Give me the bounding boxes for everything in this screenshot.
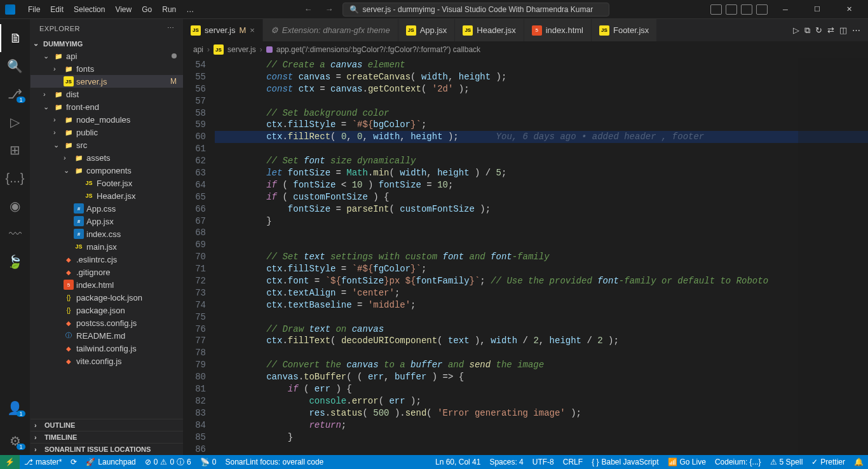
more-icon[interactable]: ⋯ xyxy=(852,25,860,35)
tree-item-package-json[interactable]: {}package.json xyxy=(31,304,183,316)
tree-item-assets[interactable]: ›📁assets xyxy=(31,151,183,164)
code-line-56[interactable]: const ctx = canvas.getContext( '2d' ); xyxy=(215,83,868,95)
prettier-status[interactable]: ✓ Prettier xyxy=(807,455,850,469)
breadcrumb[interactable]: api › JS server.js › app.get('/:dimensio… xyxy=(183,41,868,58)
panel-outline[interactable]: ›OUTLINE xyxy=(31,419,183,431)
breadcrumb-segment[interactable]: app.get('/:dimensions/:bgColor?/:fgColor… xyxy=(276,45,480,54)
code-line-78[interactable] xyxy=(215,347,868,359)
code-line-84[interactable]: return; xyxy=(215,419,868,432)
json-activity[interactable]: {...} xyxy=(0,164,31,192)
split-icon[interactable]: ◫ xyxy=(839,25,847,35)
code-line-74[interactable]: ctx.textBaseline = 'middle'; xyxy=(215,299,868,311)
tree-item-app-css[interactable]: #App.css xyxy=(31,202,183,215)
compare-icon[interactable]: ⇄ xyxy=(827,25,834,35)
notifications-icon[interactable]: 🔔 xyxy=(850,455,868,469)
sonarlint-status[interactable]: SonarLint focus: overall code xyxy=(220,455,328,469)
close-button[interactable]: ✕ xyxy=(835,0,863,19)
problems[interactable]: ⊘ 0 ⚠ 0 ⓘ 6 xyxy=(140,455,196,469)
maximize-button[interactable]: ☐ xyxy=(803,0,831,19)
go-live[interactable]: 📶 Go Live xyxy=(663,455,710,469)
more-icon[interactable]: ⋯ xyxy=(167,24,175,32)
code-line-69[interactable] xyxy=(215,239,868,251)
eol[interactable]: CRLF xyxy=(559,455,587,469)
code-line-86[interactable] xyxy=(215,444,868,456)
menu-…[interactable]: … xyxy=(181,3,199,17)
minimap[interactable] xyxy=(798,58,868,455)
remote-button[interactable]: ⚡ xyxy=(0,455,20,469)
code-line-70[interactable]: // Set text settings with custom font an… xyxy=(215,251,868,263)
git-sync[interactable]: ⟳ xyxy=(66,455,81,469)
tree-item-tailwind-config-js[interactable]: ◆tailwind.config.js xyxy=(31,342,183,355)
spell-check[interactable]: ⚠ 5 Spell xyxy=(766,455,808,469)
tree-item--gitignore[interactable]: ◆.gitignore xyxy=(31,266,183,278)
extensions-activity[interactable]: ⊞ xyxy=(0,136,31,164)
code-line-57[interactable] xyxy=(215,95,868,107)
tree-item-postcss-config-js[interactable]: ◆postcss.config.js xyxy=(31,316,183,329)
tree-item-main-jsx[interactable]: JSmain.jsx xyxy=(31,240,183,253)
close-tab-icon[interactable]: × xyxy=(250,25,255,35)
toggle-primary-sidebar-icon[interactable] xyxy=(710,4,722,15)
indentation[interactable]: Spaces: 4 xyxy=(485,455,527,469)
minimize-button[interactable]: ─ xyxy=(771,0,799,19)
tab-extension-dharam-gfx-theme[interactable]: ⚙Extension: dharam-gfx theme xyxy=(263,19,398,41)
cursor-position[interactable]: Ln 60, Col 41 xyxy=(431,455,485,469)
code-line-54[interactable]: // Create a canvas element xyxy=(215,59,868,71)
encoding[interactable]: UTF-8 xyxy=(528,455,559,469)
accounts-activity[interactable]: 👤1 xyxy=(0,394,31,422)
tree-item-src[interactable]: ⌄📁src xyxy=(31,139,183,151)
code-line-59[interactable]: ctx.fillStyle = `#${bgColor}`; xyxy=(215,119,868,131)
menu-go[interactable]: Go xyxy=(137,3,157,17)
code-line-61[interactable] xyxy=(215,143,868,155)
code-line-65[interactable]: if ( customFontSize ) { xyxy=(215,191,868,203)
tree-item-vite-config-js[interactable]: ◆vite.config.js xyxy=(31,355,183,367)
run-debug-activity[interactable]: ▷ xyxy=(0,108,31,136)
tree-item-app-jsx[interactable]: #App.jsx xyxy=(31,215,183,228)
tab-index-html[interactable]: 5index.html xyxy=(524,19,592,41)
tree-item-package-lock-json[interactable]: {}package-lock.json xyxy=(31,291,183,304)
nav-forward-icon[interactable]: → xyxy=(322,3,337,15)
code-line-63[interactable]: let fontSize = Math.min( width, height )… xyxy=(215,167,868,179)
tree-item-index-html[interactable]: 5index.html xyxy=(31,278,183,291)
code-line-60[interactable]: ctx.fillRect( 0, 0, width, height ); You… xyxy=(215,131,868,143)
code-line-76[interactable]: // Draw text on canvas xyxy=(215,323,868,336)
code-line-58[interactable]: // Set background color xyxy=(215,107,868,119)
tree-item-readme-md[interactable]: ⓘREADME.md xyxy=(31,329,183,342)
explorer-activity[interactable]: 🗎 xyxy=(0,24,31,52)
tab-app-jsx[interactable]: JSApp.jsx xyxy=(398,19,456,41)
tree-item-index-css[interactable]: #index.css xyxy=(31,228,183,240)
git-branch[interactable]: ⎇ master* xyxy=(20,455,66,469)
run-icon[interactable]: ▷ xyxy=(793,25,799,35)
breadcrumb-segment[interactable]: server.js xyxy=(227,45,256,54)
tree-item-api[interactable]: ⌄📁api xyxy=(31,50,183,62)
nav-back-icon[interactable]: ← xyxy=(301,3,316,15)
search-activity[interactable]: 🔍 xyxy=(0,52,31,80)
code-line-83[interactable]: res.status( 500 ).send( 'Error generatin… xyxy=(215,407,868,419)
code-line-75[interactable] xyxy=(215,311,868,323)
tree-item-public[interactable]: ›📁public xyxy=(31,126,183,139)
code-line-71[interactable]: ctx.fillStyle = `#${fgColor}`; xyxy=(215,263,868,275)
tab-footer-jsx[interactable]: JSFooter.jsx xyxy=(592,19,657,41)
menu-selection[interactable]: Selection xyxy=(69,3,110,17)
manage-activity[interactable]: ⚙1 xyxy=(0,427,31,455)
ports[interactable]: 📡 0 xyxy=(196,455,221,469)
tree-item--eslintrc-cjs[interactable]: ◆.eslintrc.cjs xyxy=(31,253,183,266)
tree-item-footer-jsx[interactable]: JSFooter.jsx xyxy=(31,177,183,189)
code-line-67[interactable]: } xyxy=(215,215,868,228)
customize-layout-icon[interactable] xyxy=(756,4,768,15)
folder-root[interactable]: ⌄ DUMMYIMG xyxy=(31,37,183,50)
code-line-77[interactable]: ctx.fillText( decodeURIComponent( text )… xyxy=(215,335,868,347)
code-line-82[interactable]: console.error( err ); xyxy=(215,395,868,407)
launchpad[interactable]: 🚀 Launchpad xyxy=(81,455,140,469)
tab-server-js[interactable]: JSserver.jsM× xyxy=(183,19,263,41)
code-line-66[interactable]: fontSize = parseInt( customFontSize ); xyxy=(215,203,868,215)
mongo-activity[interactable]: 🍃 xyxy=(0,248,31,276)
language-mode[interactable]: { } Babel JavaScript xyxy=(587,455,663,469)
menu-file[interactable]: File xyxy=(23,3,45,17)
breadcrumb-segment[interactable]: api xyxy=(193,45,203,54)
toggle-secondary-sidebar-icon[interactable] xyxy=(741,4,752,15)
tree-item-components[interactable]: ⌄📁components xyxy=(31,164,183,177)
code-line-72[interactable]: ctx.font = `${fontSize}px ${fontFamily}`… xyxy=(215,275,868,287)
panel-sonarlint-issue-locations[interactable]: ›SONARLINT ISSUE LOCATIONS xyxy=(31,443,183,455)
tree-item-front-end[interactable]: ⌄📁front-end xyxy=(31,100,183,113)
refresh-icon[interactable]: ↻ xyxy=(815,25,822,35)
